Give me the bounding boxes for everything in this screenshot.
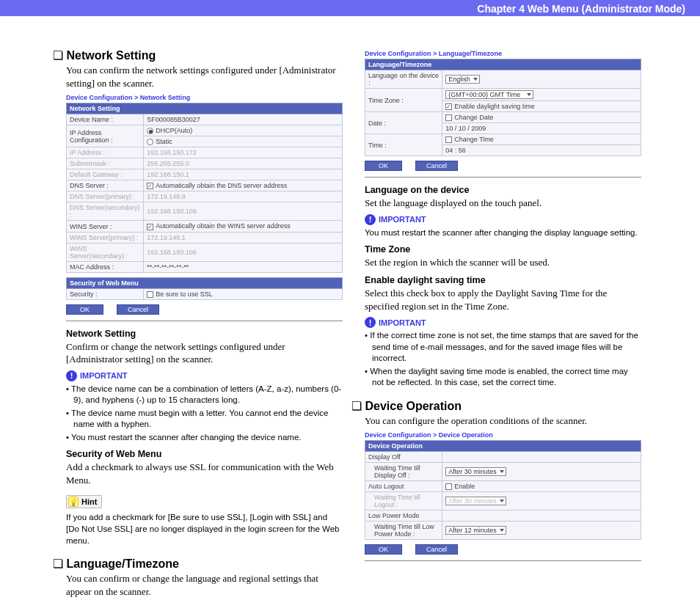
- ip-addr-value: 192.168.150.172: [144, 147, 343, 158]
- device-name-label: Device Name :: [67, 114, 144, 125]
- dns2-label: DNS Server(secondary) :: [67, 202, 144, 221]
- important-badge: ! IMPORTANT: [365, 214, 641, 225]
- auto-wait-label: Waiting Time till Logout :: [365, 492, 442, 511]
- ssl-checkbox[interactable]: Be sure to use SSL: [144, 288, 343, 299]
- date-label: Date :: [365, 112, 442, 134]
- breadcrumb: Device Configuration > Device Operation: [365, 431, 641, 439]
- shot-section-header: Network Setting: [67, 103, 343, 114]
- section-network-setting: Network Setting: [53, 48, 343, 62]
- lang-device-body: Set the language displayed on the touch …: [365, 197, 641, 210]
- list-item: When the daylight saving time mode is en…: [365, 366, 641, 389]
- auto-wait-select: After 30 minutes: [442, 492, 641, 511]
- list-item: If the correct time zone is not set, the…: [365, 330, 641, 365]
- dns-auto-checkbox[interactable]: Automatically obtain the DNS server addr…: [144, 180, 343, 191]
- dns1-value: 172.19.148.9: [144, 191, 343, 202]
- dst-checkbox[interactable]: Enable daylight saving time: [442, 101, 641, 112]
- list-item: The device name must begin with a letter…: [66, 408, 343, 431]
- gateway-label: Default Gateway :: [67, 169, 144, 180]
- dst-body: Select this check box to apply the Dayli…: [365, 287, 641, 312]
- network-setting-subhead: Network Setting: [66, 329, 343, 339]
- exclaim-icon: !: [365, 317, 376, 328]
- ip-addr-label: IP Address :: [67, 147, 144, 158]
- imp-body-1: You must restart the scanner after chang…: [365, 227, 641, 239]
- auto-logout-enable-checkbox[interactable]: Enable: [442, 481, 641, 492]
- tz-body: Set the region in which the scanner will…: [365, 256, 641, 269]
- wins2-value: 192.168.150.109: [144, 243, 343, 261]
- ok-button[interactable]: OK: [66, 304, 103, 315]
- low-wait-select[interactable]: After 12 minutes: [442, 522, 641, 540]
- date-value: 10 / 10 / 2009: [442, 123, 641, 134]
- lang-select[interactable]: English: [442, 70, 641, 89]
- chapter-header: Chapter 4 Web Menu (Administrator Mode): [0, 0, 700, 16]
- shot-section-header: Language/Timezone: [365, 59, 641, 70]
- time-value: 04 : 56: [442, 145, 641, 156]
- tz-label: Time Zone :: [365, 89, 442, 112]
- display-wait-label: Waiting Time till Display Off :: [365, 463, 442, 481]
- auto-logout-label: Auto Logout: [365, 481, 442, 492]
- network-setting-screenshot: Device Configuration > Network Setting N…: [66, 94, 343, 321]
- important-list-2: If the correct time zone is not set, the…: [365, 330, 641, 389]
- lang-label: Language on the device :: [365, 70, 442, 89]
- exclaim-icon: !: [365, 214, 376, 225]
- cancel-button[interactable]: Cancel: [415, 161, 458, 171]
- security-label: Security :: [67, 288, 144, 299]
- dst-heading: Enable daylight saving time: [365, 275, 641, 285]
- bulb-icon: 💡: [68, 497, 79, 507]
- change-date-checkbox[interactable]: Change Date: [442, 112, 641, 123]
- cancel-button[interactable]: Cancel: [117, 304, 159, 315]
- wins2-label: WINS Server(secondary) :: [67, 243, 144, 261]
- language-timezone-screenshot: Device Configuration > Language/Timezone…: [365, 50, 641, 178]
- wins-label: WINS Server :: [67, 221, 144, 232]
- ok-button[interactable]: OK: [365, 161, 402, 171]
- cancel-button[interactable]: Cancel: [415, 544, 458, 555]
- gateway-value: 192.168.150.1: [144, 169, 343, 180]
- device-name-value[interactable]: SF000085B30027: [144, 114, 343, 125]
- dns-label: DNS Server :: [67, 180, 144, 191]
- shot-security-header: Security of Web Menu: [67, 277, 343, 288]
- hint-badge: 💡 Hint: [66, 495, 102, 508]
- important-badge: ! IMPORTANT: [66, 370, 343, 381]
- important-badge: ! IMPORTANT: [365, 317, 641, 328]
- subnet-label: Subnetmask :: [67, 158, 144, 169]
- dns2-value: 192.168.150.109: [144, 202, 343, 221]
- breadcrumb: Device Configuration > Network Setting: [66, 94, 343, 101]
- tz-heading: Time Zone: [365, 244, 641, 255]
- change-time-checkbox[interactable]: Change Time: [442, 134, 641, 145]
- breadcrumb: Device Configuration > Language/Timezone: [365, 50, 641, 57]
- static-radio[interactable]: Static: [144, 136, 343, 147]
- ip-config-label: IP Address Configuration :: [67, 125, 144, 147]
- device-operation-screenshot: Device Configuration > Device Operation …: [365, 431, 641, 561]
- list-item: The device name can be a combination of …: [66, 384, 343, 406]
- lang-device-heading: Language on the device: [365, 185, 641, 195]
- time-label: Time :: [365, 134, 442, 156]
- wins1-label: WINS Server(primary) :: [67, 232, 144, 243]
- exclaim-icon: !: [66, 370, 77, 381]
- section-device-operation: Device Operation: [351, 399, 641, 413]
- ok-button[interactable]: OK: [365, 544, 402, 555]
- mac-label: MAC Address :: [67, 261, 144, 272]
- network-intro: You can confirm the network settings con…: [66, 64, 343, 89]
- wins-auto-checkbox[interactable]: Automatically obtain the WINS server add…: [144, 221, 343, 232]
- lang-intro: You can confirm or change the language a…: [66, 572, 343, 598]
- mac-value: **-**-**-**-**-**: [144, 261, 343, 272]
- security-web-heading: Security of Web Menu: [66, 449, 343, 459]
- dns1-label: DNS Server(primary) :: [67, 191, 144, 202]
- important-list: The device name can be a combination of …: [66, 384, 343, 444]
- section-language-timezone: Language/Timezone: [53, 557, 343, 571]
- wins1-value: 172.19.148.1: [144, 232, 343, 243]
- display-wait-select[interactable]: After 30 minutes: [442, 463, 641, 481]
- devop-intro: You can configure the operation conditio…: [365, 414, 641, 428]
- tz-select[interactable]: (GMT+00:00) GMT Time: [442, 89, 641, 101]
- dhcp-radio[interactable]: DHCP(Auto): [144, 125, 343, 136]
- low-wait-label: Waiting Time till Low Power Mode :: [365, 522, 442, 540]
- subnet-value: 255.255.255.0: [144, 158, 343, 169]
- low-power-label: Low Power Mode: [365, 511, 442, 522]
- list-item: You must restart the scanner after chang…: [66, 432, 343, 444]
- shot-section-header: Device Operation: [365, 441, 641, 452]
- security-web-body: Add a checkmark to always use SSL for co…: [66, 461, 343, 486]
- hint-body: If you add a checkmark for [Be sure to u…: [66, 512, 343, 546]
- network-setting-subbody: Confirm or change the network settings c…: [66, 340, 343, 366]
- display-off-label: Display Off: [365, 452, 442, 463]
